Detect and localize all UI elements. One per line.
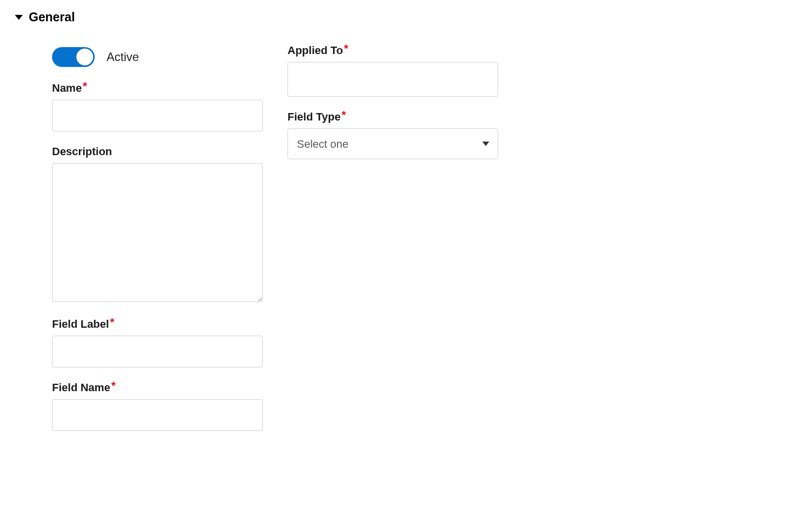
description-textarea[interactable] xyxy=(52,163,263,302)
form-columns: Active Name* Description Field Label* Fi… xyxy=(15,44,787,445)
field-type-select-wrap: Select one xyxy=(287,128,498,159)
section-title: General xyxy=(29,10,75,24)
required-asterisk: * xyxy=(110,316,115,328)
name-field-group: Name* xyxy=(52,82,263,131)
field-type-select[interactable]: Select one xyxy=(287,128,498,159)
chevron-down-icon xyxy=(15,15,23,20)
description-label: Description xyxy=(52,145,112,158)
field-label-field-group: Field Label* xyxy=(52,318,263,367)
section-header-general[interactable]: General xyxy=(15,10,787,24)
field-name-label: Field Name xyxy=(52,381,110,394)
right-column: Applied To* Field Type* Select one xyxy=(287,44,498,445)
field-label-label: Field Label xyxy=(52,318,109,331)
field-type-label: Field Type xyxy=(287,111,341,123)
field-name-field-group: Field Name* xyxy=(52,381,263,431)
name-label: Name xyxy=(52,82,82,95)
active-toggle-row: Active xyxy=(52,47,263,67)
applied-to-input[interactable] xyxy=(287,62,498,97)
required-asterisk: * xyxy=(344,42,348,55)
required-asterisk: * xyxy=(111,379,115,392)
toggle-knob xyxy=(76,49,93,65)
name-input[interactable] xyxy=(52,100,263,131)
field-name-input[interactable] xyxy=(52,399,263,431)
field-type-field-group: Field Type* Select one xyxy=(287,111,498,159)
active-toggle[interactable] xyxy=(52,47,95,67)
required-asterisk: * xyxy=(83,80,87,92)
required-asterisk: * xyxy=(342,109,346,121)
description-field-group: Description xyxy=(52,145,263,304)
active-toggle-label: Active xyxy=(107,50,139,64)
applied-to-field-group: Applied To* xyxy=(287,44,498,97)
field-label-input[interactable] xyxy=(52,336,263,367)
applied-to-label: Applied To xyxy=(287,44,343,57)
left-column: Active Name* Description Field Label* Fi… xyxy=(52,44,263,445)
